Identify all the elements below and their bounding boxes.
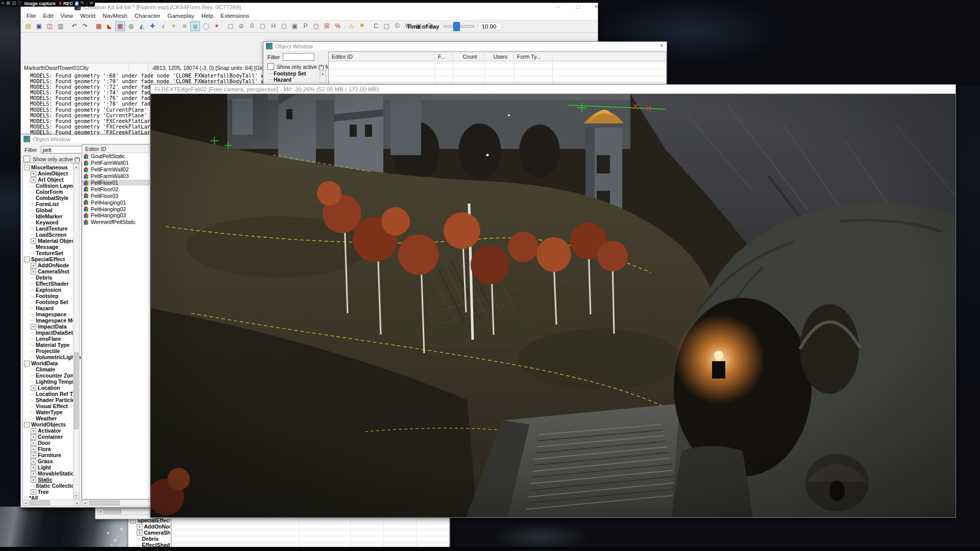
tree-item-footstep-set[interactable]: Footstep Set: [267, 70, 318, 77]
tree-item-miscellaneous[interactable]: -Miscellaneous: [23, 164, 81, 170]
filter-input[interactable]: [283, 53, 314, 61]
tree-item-container[interactable]: +Container: [23, 434, 81, 440]
column-header-form-ty[interactable]: Form Ty...: [514, 52, 552, 61]
redo-icon[interactable]: ↷: [80, 21, 90, 31]
landscape-edit-icon[interactable]: ◭: [137, 21, 146, 31]
menu-edit[interactable]: Edit: [40, 13, 57, 19]
sound-marker-icon[interactable]: ♪: [158, 21, 168, 31]
tree-item-imagespace-mod[interactable]: Imagespace Mod: [23, 317, 81, 323]
tree-item-imagespace[interactable]: Imagespace: [23, 311, 81, 317]
main-title-bar[interactable]: Creation Kit 64-bit * [Flatrim.esp] [CK6…: [21, 3, 598, 11]
copyright-marker-icon[interactable]: ©: [393, 21, 402, 31]
tree-item-encounter-zone[interactable]: Encounter Zone: [23, 372, 81, 379]
tree-item-footstep[interactable]: Footstep: [23, 293, 81, 299]
left-tree-vertical-scrollbar[interactable]: ▴ ▾: [73, 163, 80, 499]
tree-item-door[interactable]: +Door: [23, 440, 81, 446]
tree-item-tree[interactable]: +Tree: [23, 489, 81, 495]
expand-plus-icon[interactable]: +: [31, 434, 36, 440]
tree-item-lighting-templat[interactable]: Lighting Templat: [23, 379, 81, 385]
expand-plus-icon[interactable]: +: [31, 465, 36, 470]
column-header-count[interactable]: Count: [453, 52, 484, 61]
tree-item-idlemarker[interactable]: IdleMarker: [23, 213, 81, 219]
pencil-icon[interactable]: ✎: [81, 0, 85, 7]
expand-plus-icon[interactable]: +: [31, 459, 36, 464]
tree-item-impactdataset[interactable]: ImpactDataSet: [23, 330, 81, 336]
expand-plus-icon[interactable]: +: [137, 530, 142, 536]
open-folder-icon[interactable]: ▤: [23, 21, 33, 31]
snap-to-grid-icon[interactable]: ▦: [94, 21, 104, 31]
preferences-icon[interactable]: ▥: [56, 21, 65, 31]
render-viewport[interactable]: [151, 94, 955, 517]
window-marker-icon[interactable]: ▢: [382, 21, 391, 31]
tree-item-watertype[interactable]: WaterType: [23, 409, 81, 415]
tree-item-worldobjects[interactable]: -WorldObjects: [23, 421, 81, 428]
expand-plus-icon[interactable]: +: [31, 446, 36, 452]
save-icon[interactable]: ▣: [34, 21, 44, 31]
tree-item-projectile[interactable]: Projectile: [23, 348, 81, 354]
expand-minus-icon[interactable]: -: [24, 361, 30, 366]
fog-toggle-icon[interactable]: ≋: [180, 21, 189, 31]
expand-plus-icon[interactable]: +: [31, 477, 36, 483]
frame-capture-icon[interactable]: □: [18, 0, 20, 7]
frame-window-icon[interactable]: ▢: [279, 21, 289, 31]
tree-item-material-object[interactable]: +Material Object: [23, 238, 81, 244]
bottom-tree-pane[interactable]: -SpecialEffect+AddOnNode+CameraShotDebri…: [129, 514, 170, 548]
tree-item-static[interactable]: +Static: [23, 477, 81, 483]
menu-extensions[interactable]: Extensions: [217, 13, 253, 19]
show-only-active-checkbox[interactable]: [267, 63, 274, 70]
tree-item-impactdata[interactable]: +ImpactData: [23, 323, 81, 330]
expand-plus-icon[interactable]: +: [31, 385, 36, 391]
top-object-window-titlebar[interactable]: Object Window ✕: [263, 42, 667, 51]
expand-plus-icon[interactable]: +: [31, 453, 36, 458]
bottom-list-pane[interactable]: [171, 514, 450, 549]
tree-item-hazard[interactable]: Hazard: [23, 305, 81, 311]
expand-plus-icon[interactable]: +: [31, 440, 36, 446]
expand-plus-icon[interactable]: +: [31, 238, 36, 244]
tree-item-camerashot[interactable]: +CameraShot: [23, 268, 81, 274]
top-tree-vertical-scrollbar[interactable]: ▴: [320, 70, 326, 83]
light-bulb-icon[interactable]: ☀: [169, 21, 179, 31]
portal-red-icon[interactable]: ▢: [311, 21, 321, 31]
flag-marker-icon[interactable]: ⚑: [357, 21, 367, 31]
portal-marker-icon[interactable]: P: [301, 21, 310, 31]
tree-item-collision-layer[interactable]: Collision Layer: [23, 183, 81, 189]
light-picker-icon[interactable]: ✚: [148, 21, 157, 31]
tree-item-static-collection[interactable]: Static Collection: [23, 483, 81, 489]
tree-item-hazard[interactable]: Hazard: [267, 77, 318, 83]
column-header-users[interactable]: Users: [484, 52, 514, 61]
menu-world[interactable]: World: [77, 13, 99, 19]
camera-button[interactable]: ▣: [75, 1, 79, 6]
expand-plus-icon[interactable]: +: [31, 263, 36, 268]
expand-plus-icon[interactable]: +: [137, 524, 142, 530]
hamburger-menu-icon[interactable]: ≡: [2, 0, 4, 7]
tree-item-grass[interactable]: +Grass: [23, 458, 81, 464]
menu-help[interactable]: Help: [198, 13, 217, 19]
tree-item-effectshader[interactable]: EffectShader: [23, 281, 81, 287]
column-header-f[interactable]: F...: [435, 52, 453, 61]
region-capture-icon[interactable]: ⊡: [12, 0, 16, 7]
grass-toggle-icon[interactable]: ψ: [190, 21, 200, 31]
tree-item-activator[interactable]: +Activator: [23, 428, 81, 434]
tree-item-shader-particle[interactable]: Shader Particle: [23, 397, 81, 403]
expand-plus-icon[interactable]: +: [31, 471, 36, 477]
tree-item-keyword[interactable]: Keyword: [23, 219, 81, 226]
menu-gameplay[interactable]: Gameplay: [164, 13, 198, 19]
no-draw-icon[interactable]: ⊘: [236, 21, 246, 31]
tree-item-location-ref-ty[interactable]: Location Ref Ty: [23, 391, 81, 397]
expand-plus-icon[interactable]: +: [31, 324, 36, 330]
maximize-button[interactable]: □: [570, 3, 585, 11]
sky-toggle-icon[interactable]: ✶: [212, 21, 222, 31]
filled-frame-icon[interactable]: ▣: [290, 21, 300, 31]
left-tree-horizontal-scrollbar[interactable]: ◂ ▸: [22, 499, 81, 506]
tree-item-lensflare[interactable]: LensFlare: [23, 336, 81, 342]
tree-item-explosion[interactable]: Explosion: [23, 287, 81, 293]
c-marker-icon[interactable]: C: [371, 21, 381, 31]
copy-capture-icon[interactable]: ⊞: [6, 0, 10, 7]
menu-navmesh[interactable]: NavMesh: [99, 13, 131, 19]
render-window-titlebar[interactable]: FLREXTEdgeFall02 [Free camera, perspecti…: [151, 85, 955, 94]
time-of-day-slider[interactable]: [444, 25, 474, 28]
expand-plus-icon[interactable]: +: [31, 428, 36, 434]
tree-item-volumetriclightin[interactable]: VolumetricLightin: [23, 354, 81, 360]
expand-minus-icon[interactable]: -: [24, 422, 30, 428]
zero-weight-icon[interactable]: 0: [247, 21, 257, 31]
